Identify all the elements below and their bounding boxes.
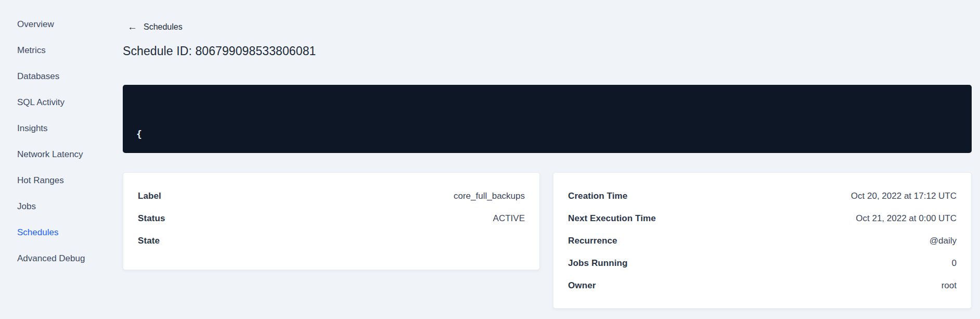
sidebar-item-label: Hot Ranges xyxy=(17,175,64,186)
detail-row-creation-time: Creation Time Oct 20, 2022 at 17:12 UTC xyxy=(568,185,957,207)
detail-label: Jobs Running xyxy=(568,258,628,269)
sidebar-item-network-latency[interactable]: Network Latency xyxy=(0,142,123,168)
detail-label: Next Execution Time xyxy=(568,213,656,224)
sidebar-item-advanced-debug[interactable]: Advanced Debug xyxy=(0,246,123,272)
sidebar-item-label: Databases xyxy=(17,71,59,82)
detail-value: @daily xyxy=(930,236,957,246)
detail-value: ACTIVE xyxy=(493,213,525,224)
detail-row-state: State xyxy=(138,229,525,252)
sidebar-item-insights[interactable]: Insights xyxy=(0,116,123,142)
detail-label: State xyxy=(138,236,160,246)
backup-statement-code-block: { "backup_statement": "BACKUP INTO 's3:/… xyxy=(123,85,972,153)
detail-value: 0 xyxy=(952,258,957,269)
sidebar-item-label: Schedules xyxy=(17,227,58,238)
schedule-summary-card: Label core_full_backups Status ACTIVE St… xyxy=(123,172,540,270)
sidebar-item-label: Advanced Debug xyxy=(17,253,85,264)
detail-value: root xyxy=(942,280,957,291)
sidebar-item-jobs[interactable]: Jobs xyxy=(0,194,123,220)
sidebar-nav: Overview Metrics Databases SQL Activity … xyxy=(0,11,123,272)
sidebar-item-label: Network Latency xyxy=(17,149,83,160)
sidebar-item-label: Jobs xyxy=(17,201,36,212)
schedule-timing-card: Creation Time Oct 20, 2022 at 17:12 UTC … xyxy=(553,172,972,309)
main-content: ← Schedules Schedule ID: 806799098533806… xyxy=(123,0,972,319)
detail-row-next-execution-time: Next Execution Time Oct 21, 2022 at 0:00… xyxy=(568,207,957,229)
back-arrow-icon: ← xyxy=(127,22,137,32)
detail-row-jobs-running: Jobs Running 0 xyxy=(568,252,957,274)
detail-row-owner: Owner root xyxy=(568,274,957,297)
detail-value: Oct 21, 2022 at 0:00 UTC xyxy=(856,213,957,224)
detail-label: Status xyxy=(138,213,165,224)
sidebar-item-schedules[interactable]: Schedules xyxy=(0,220,123,246)
detail-row-recurrence: Recurrence @daily xyxy=(568,229,957,252)
detail-label: Recurrence xyxy=(568,236,617,246)
detail-row-status: Status ACTIVE xyxy=(138,207,525,229)
sidebar-item-sql-activity[interactable]: SQL Activity xyxy=(0,90,123,116)
sidebar-item-overview[interactable]: Overview xyxy=(0,11,123,37)
sidebar-item-label: Insights xyxy=(17,123,48,134)
sidebar-item-label: SQL Activity xyxy=(17,97,65,108)
back-to-schedules-link[interactable]: ← Schedules xyxy=(127,22,183,32)
back-link-label: Schedules xyxy=(144,22,183,32)
detail-row-label: Label core_full_backups xyxy=(138,185,525,207)
sidebar-item-databases[interactable]: Databases xyxy=(0,63,123,90)
sidebar-item-hot-ranges[interactable]: Hot Ranges xyxy=(0,168,123,194)
sidebar-item-label: Metrics xyxy=(17,45,46,56)
detail-label: Creation Time xyxy=(568,191,627,201)
detail-cards-row: Label core_full_backups Status ACTIVE St… xyxy=(123,172,972,309)
detail-label: Owner xyxy=(568,280,596,291)
detail-value: core_full_backups xyxy=(454,191,525,201)
detail-value: Oct 20, 2022 at 17:12 UTC xyxy=(851,191,957,201)
detail-label: Label xyxy=(138,191,161,201)
page-title: Schedule ID: 806799098533806081 xyxy=(123,44,316,58)
sidebar-item-label: Overview xyxy=(17,19,54,30)
sidebar-item-metrics[interactable]: Metrics xyxy=(0,37,123,63)
code-line: { xyxy=(136,126,958,142)
